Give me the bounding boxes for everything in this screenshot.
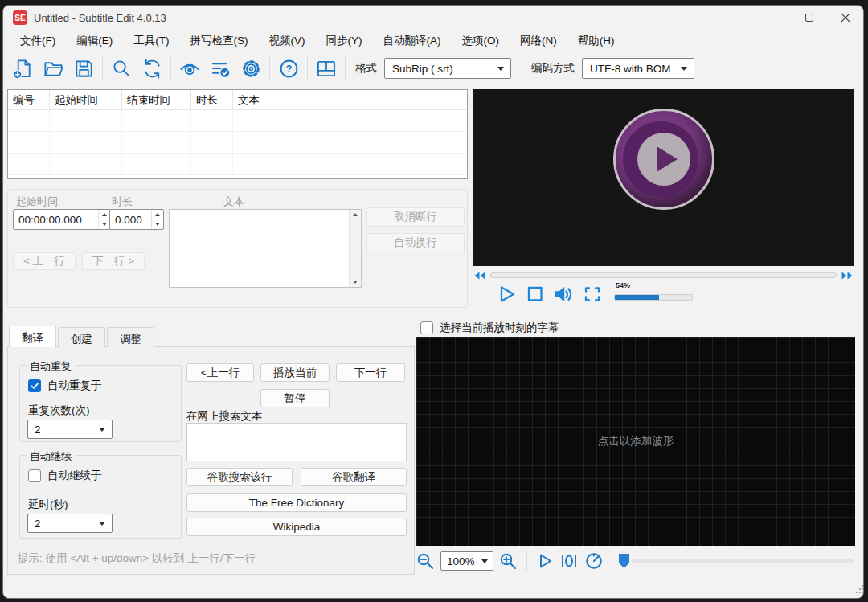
scroll-up-icon[interactable] [353, 213, 358, 216]
playback-speed-button[interactable] [584, 551, 604, 571]
next-line-button[interactable]: 下一行 > [82, 252, 145, 270]
waveform-position-slider[interactable] [619, 553, 855, 569]
zoom-out-button[interactable] [416, 552, 435, 571]
video-seek-bar[interactable] [490, 272, 837, 278]
spinner-down-icon[interactable] [99, 219, 110, 229]
waveform-zoom-select[interactable]: 100% [440, 551, 493, 571]
find-button[interactable] [106, 55, 137, 82]
free-dictionary-button[interactable]: The Free Dictionary [186, 493, 407, 512]
shortcut-hint: 提示: 使用 <Alt + up/down> 以转到 上一行/下一行 [18, 551, 256, 566]
wikipedia-button[interactable]: Wikipedia [186, 518, 407, 536]
mpv-play-disc [637, 133, 690, 186]
spinner-down-icon[interactable] [152, 219, 163, 229]
auto-repeat-group-label: 自动重复 [27, 359, 75, 374]
play-from-start-button[interactable] [559, 552, 579, 570]
tab-adjust[interactable]: 调整 [107, 327, 154, 347]
duration-label: 时长 [112, 195, 133, 209]
mpv-logo [613, 109, 714, 210]
close-button[interactable] [827, 6, 863, 30]
tab-translate[interactable]: 翻译 [9, 326, 56, 347]
new-file-icon [12, 58, 34, 80]
maximize-button[interactable] [791, 6, 827, 30]
column-number[interactable]: 编号 [8, 90, 50, 110]
menu-tools[interactable]: 工具(T) [123, 31, 179, 51]
previous-line-button[interactable]: < 上一行 [13, 252, 76, 270]
spinner-buttons[interactable] [98, 210, 110, 229]
column-end-time[interactable]: 结束时间 [122, 90, 191, 110]
layout-icon [315, 58, 338, 80]
slider-handle[interactable] [619, 554, 629, 568]
seek-forward-icon[interactable] [841, 271, 854, 281]
resize-grip[interactable] [856, 592, 858, 593]
auto-repeat-checkbox-row: 自动重复于 [28, 379, 102, 393]
menu-options[interactable]: 选项(O) [452, 31, 510, 51]
stop-button[interactable] [525, 284, 546, 305]
web-search-input[interactable] [186, 423, 407, 461]
waveform-area[interactable]: 点击以添加波形 [416, 337, 855, 546]
format-value: SubRip (.srt) [392, 63, 453, 75]
menu-help[interactable]: 帮助(H) [567, 31, 625, 51]
menu-video[interactable]: 视频(V) [259, 31, 316, 51]
subtitle-edit-panel: 起始时间 00:00:00.000 时长 0.000 文本 取消断行 自动换行 … [7, 189, 468, 308]
layout-button[interactable] [311, 55, 342, 82]
settings-button[interactable] [235, 55, 266, 82]
repeat-count-select[interactable]: 2 [27, 420, 113, 439]
auto-continue-checkbox[interactable] [28, 469, 41, 482]
textbox-scrollbar[interactable] [349, 210, 361, 287]
spinner-buttons[interactable] [151, 210, 163, 229]
menu-edit[interactable]: 编辑(E) [66, 31, 123, 51]
visual-sync-button[interactable] [174, 55, 205, 82]
replace-button[interactable] [137, 55, 167, 82]
scroll-down-icon[interactable] [353, 281, 358, 284]
volume-fill [615, 295, 659, 300]
format-select[interactable]: SubRip (.srt) [384, 58, 511, 79]
menu-spellcheck[interactable]: 拼写检查(S) [180, 31, 259, 51]
column-duration[interactable]: 时长 [191, 90, 233, 110]
minimize-button[interactable] [755, 6, 791, 30]
google-translate-button[interactable]: 谷歌翻译 [301, 468, 407, 486]
auto-break-button[interactable]: 自动换行 [366, 233, 465, 252]
save-button[interactable] [68, 55, 99, 82]
close-icon [841, 13, 850, 23]
seek-back-icon[interactable] [473, 271, 486, 281]
open-file-button[interactable] [38, 55, 68, 82]
spinner-up-icon[interactable] [152, 210, 163, 219]
new-file-button[interactable] [7, 55, 38, 82]
start-time-spinner[interactable]: 00:00:00.000 [13, 209, 111, 230]
help-button[interactable]: ? [273, 55, 304, 82]
menu-file[interactable]: 文件(F) [10, 31, 66, 51]
play-current-button[interactable]: 播放当前 [260, 363, 330, 382]
video-seek-row [473, 270, 854, 281]
spell-check-button[interactable] [205, 55, 235, 82]
column-start-time[interactable]: 起始时间 [50, 90, 122, 110]
select-current-subtitle-checkbox[interactable] [420, 321, 433, 334]
select-current-subtitle-row: 选择当前播放时刻的字幕 [420, 321, 559, 335]
waveform-zoom-value: 100% [447, 555, 475, 567]
translate-previous-line-button[interactable]: <上一行 [186, 363, 254, 382]
auto-continue-checkbox-row: 自动继续于 [28, 469, 102, 483]
play-button[interactable] [497, 284, 518, 305]
menu-sync[interactable]: 同步(Y) [316, 31, 373, 51]
duration-spinner[interactable]: 0.000 [109, 209, 164, 230]
spinner-up-icon[interactable] [99, 210, 110, 219]
volume-icon[interactable] [553, 284, 575, 305]
volume-slider[interactable] [614, 294, 693, 301]
google-search-line-button[interactable]: 谷歌搜索该行 [186, 468, 293, 486]
subtitle-text-input[interactable] [169, 209, 362, 288]
translate-next-line-button[interactable]: 下一行 [336, 363, 405, 382]
chevron-down-icon [681, 67, 687, 71]
pause-button[interactable]: 暂停 [260, 389, 330, 407]
slider-track[interactable] [632, 559, 854, 563]
auto-repeat-checkbox[interactable] [28, 379, 41, 392]
delay-select[interactable]: 2 [27, 514, 113, 533]
video-player[interactable] [473, 89, 854, 266]
waveform-play-button[interactable] [536, 552, 554, 570]
column-text[interactable]: 文本 [233, 90, 467, 110]
menu-autotranslate[interactable]: 自动翻译(A) [373, 31, 452, 51]
fullscreen-icon[interactable] [582, 284, 603, 305]
tab-create[interactable]: 创建 [58, 327, 105, 347]
unbreak-button[interactable]: 取消断行 [366, 207, 465, 227]
menu-network[interactable]: 网络(N) [510, 31, 567, 51]
encoding-select[interactable]: UTF-8 with BOM [582, 58, 694, 79]
zoom-in-button[interactable] [499, 552, 518, 571]
